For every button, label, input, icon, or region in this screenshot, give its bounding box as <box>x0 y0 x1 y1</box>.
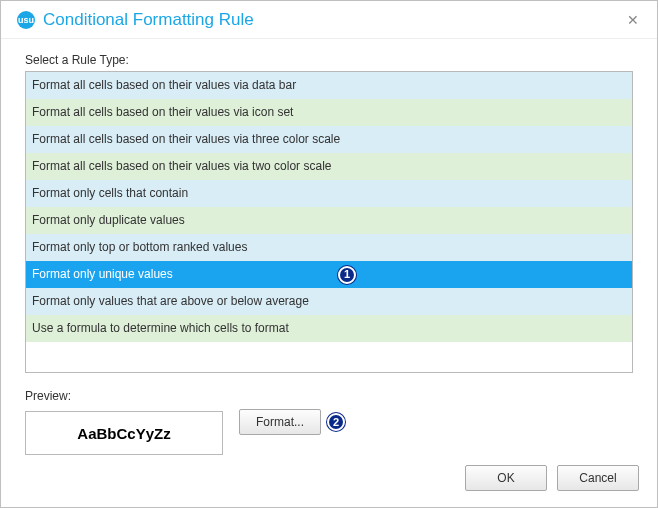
callout-badge-2: 2 <box>327 413 345 431</box>
callout-badge-1: 1 <box>338 266 356 284</box>
rule-type-item[interactable]: Format only cells that contain <box>26 180 632 207</box>
close-button[interactable]: ✕ <box>621 8 645 32</box>
rule-type-text: Format all cells based on their values v… <box>32 78 296 92</box>
cancel-button[interactable]: Cancel <box>557 465 639 491</box>
rule-type-item[interactable]: Use a formula to determine which cells t… <box>26 315 632 342</box>
rule-type-item[interactable]: Format only top or bottom ranked values <box>26 234 632 261</box>
rule-type-item[interactable]: Format all cells based on their values v… <box>26 126 632 153</box>
rule-type-list[interactable]: Format all cells based on their values v… <box>25 71 633 373</box>
app-icon: usu <box>17 11 35 29</box>
titlebar: usu Conditional Formatting Rule ✕ <box>1 1 657 39</box>
preview-sample-box: AaBbCcYyZz <box>25 411 223 455</box>
dialog-body: Select a Rule Type: Format all cells bas… <box>1 39 657 455</box>
rule-type-label: Select a Rule Type: <box>25 53 633 67</box>
rule-type-text: Format only values that are above or bel… <box>32 294 309 308</box>
dialog-footer: OK Cancel <box>1 455 657 507</box>
preview-row: Preview: AaBbCcYyZz Format... 2 <box>25 389 633 455</box>
rule-type-item[interactable]: Format all cells based on their values v… <box>26 153 632 180</box>
rule-type-item[interactable]: Format all cells based on their values v… <box>26 72 632 99</box>
rule-type-text: Format only top or bottom ranked values <box>32 240 247 254</box>
rule-type-item[interactable]: Format only values that are above or bel… <box>26 288 632 315</box>
conditional-formatting-dialog: usu Conditional Formatting Rule ✕ Select… <box>0 0 658 508</box>
preview-label: Preview: <box>25 389 223 403</box>
rule-type-text: Format all cells based on their values v… <box>32 105 293 119</box>
rule-type-item-selected[interactable]: Format only unique values 1 <box>26 261 632 288</box>
rule-type-text: Format all cells based on their values v… <box>32 132 340 146</box>
rule-type-text: Use a formula to determine which cells t… <box>32 321 289 335</box>
dialog-title: Conditional Formatting Rule <box>43 10 254 30</box>
rule-type-text: Format only duplicate values <box>32 213 185 227</box>
rule-type-text: Format all cells based on their values v… <box>32 159 331 173</box>
rule-type-text: Format only cells that contain <box>32 186 188 200</box>
ok-button[interactable]: OK <box>465 465 547 491</box>
rule-type-text: Format only unique values <box>32 267 173 281</box>
format-button[interactable]: Format... <box>239 409 321 435</box>
rule-type-item[interactable]: Format only duplicate values <box>26 207 632 234</box>
rule-type-item[interactable]: Format all cells based on their values v… <box>26 99 632 126</box>
